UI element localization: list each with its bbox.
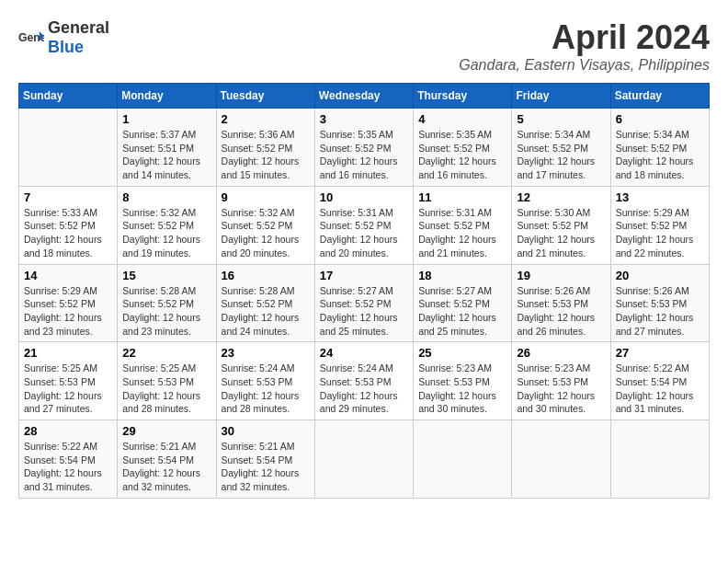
calendar-cell: 27Sunrise: 5:22 AM Sunset: 5:54 PM Dayli… [610,342,709,420]
day-detail: Sunrise: 5:35 AM Sunset: 5:52 PM Dayligh… [418,128,506,182]
header-tuesday: Tuesday [216,84,314,109]
day-detail: Sunrise: 5:25 AM Sunset: 5:53 PM Dayligh… [122,362,210,416]
calendar-cell: 17Sunrise: 5:27 AM Sunset: 5:52 PM Dayli… [314,264,413,342]
day-number: 5 [517,112,605,126]
day-number: 18 [418,269,506,282]
calendar-cell [610,420,709,499]
day-detail: Sunrise: 5:35 AM Sunset: 5:52 PM Dayligh… [320,128,408,182]
calendar-cell: 12Sunrise: 5:30 AM Sunset: 5:52 PM Dayli… [512,186,610,264]
calendar-cell: 14Sunrise: 5:29 AM Sunset: 5:52 PM Dayli… [19,264,118,342]
calendar-cell: 26Sunrise: 5:23 AM Sunset: 5:53 PM Dayli… [512,342,610,420]
day-number: 7 [24,190,112,204]
day-number: 19 [517,269,605,282]
day-detail: Sunrise: 5:34 AM Sunset: 5:52 PM Dayligh… [517,128,605,182]
day-detail: Sunrise: 5:28 AM Sunset: 5:52 PM Dayligh… [222,284,310,339]
calendar-week-row: 7Sunrise: 5:33 AM Sunset: 5:52 PM Daylig… [19,186,710,264]
day-detail: Sunrise: 5:24 AM Sunset: 5:53 PM Dayligh… [320,362,408,416]
day-number: 1 [122,112,210,126]
day-detail: Sunrise: 5:26 AM Sunset: 5:53 PM Dayligh… [517,284,605,339]
day-detail: Sunrise: 5:22 AM Sunset: 5:54 PM Dayligh… [616,362,704,416]
calendar-cell: 13Sunrise: 5:29 AM Sunset: 5:52 PM Dayli… [610,186,709,264]
header-sunday: Sunday [19,84,118,109]
logo-text: General Blue [48,18,109,57]
day-number: 10 [320,190,408,204]
calendar-cell [414,420,512,499]
day-number: 15 [122,269,210,282]
day-detail: Sunrise: 5:22 AM Sunset: 5:54 PM Dayligh… [24,440,112,494]
day-number: 24 [320,346,408,360]
day-detail: Sunrise: 5:27 AM Sunset: 5:52 PM Dayligh… [418,284,506,339]
calendar-cell: 19Sunrise: 5:26 AM Sunset: 5:53 PM Dayli… [512,264,610,342]
calendar-cell: 23Sunrise: 5:24 AM Sunset: 5:53 PM Dayli… [216,342,314,420]
header-friday: Friday [512,84,610,109]
day-number: 4 [418,112,506,126]
day-number: 17 [320,269,408,282]
calendar-week-row: 28Sunrise: 5:22 AM Sunset: 5:54 PM Dayli… [19,420,710,499]
logo-general: General [48,18,109,37]
day-detail: Sunrise: 5:23 AM Sunset: 5:53 PM Dayligh… [418,362,506,416]
calendar-cell: 29Sunrise: 5:21 AM Sunset: 5:54 PM Dayli… [118,420,216,499]
calendar-cell: 7Sunrise: 5:33 AM Sunset: 5:52 PM Daylig… [19,186,118,264]
calendar-cell: 11Sunrise: 5:31 AM Sunset: 5:52 PM Dayli… [414,186,512,264]
day-number: 2 [222,112,310,126]
day-number: 26 [517,346,605,360]
location-title: Gandara, Eastern Visayas, Philippines [459,57,710,74]
calendar-cell: 3Sunrise: 5:35 AM Sunset: 5:52 PM Daylig… [314,109,413,187]
day-number: 12 [517,190,605,204]
day-number: 16 [222,269,310,282]
day-detail: Sunrise: 5:37 AM Sunset: 5:51 PM Dayligh… [122,128,210,182]
day-number: 13 [616,190,704,204]
day-detail: Sunrise: 5:28 AM Sunset: 5:52 PM Dayligh… [122,284,210,339]
calendar-week-row: 1Sunrise: 5:37 AM Sunset: 5:51 PM Daylig… [19,109,710,187]
day-detail: Sunrise: 5:27 AM Sunset: 5:52 PM Dayligh… [320,284,408,339]
calendar-cell: 20Sunrise: 5:26 AM Sunset: 5:53 PM Dayli… [610,264,709,342]
calendar-cell: 4Sunrise: 5:35 AM Sunset: 5:52 PM Daylig… [414,109,512,187]
day-number: 20 [616,269,704,282]
day-number: 22 [122,346,210,360]
day-number: 3 [320,112,408,126]
day-detail: Sunrise: 5:31 AM Sunset: 5:52 PM Dayligh… [320,206,408,260]
day-detail: Sunrise: 5:21 AM Sunset: 5:54 PM Dayligh… [222,440,310,494]
calendar-week-row: 21Sunrise: 5:25 AM Sunset: 5:53 PM Dayli… [19,342,710,420]
month-title: April 2024 [459,18,710,57]
day-number: 9 [222,190,310,204]
header-wednesday: Wednesday [314,84,413,109]
day-detail: Sunrise: 5:32 AM Sunset: 5:52 PM Dayligh… [122,206,210,260]
day-detail: Sunrise: 5:29 AM Sunset: 5:52 PM Dayligh… [616,206,704,260]
day-detail: Sunrise: 5:23 AM Sunset: 5:53 PM Dayligh… [517,362,605,416]
logo: General General Blue [18,18,109,57]
calendar-cell: 9Sunrise: 5:32 AM Sunset: 5:52 PM Daylig… [216,186,314,264]
header-monday: Monday [118,84,216,109]
calendar-cell: 1Sunrise: 5:37 AM Sunset: 5:51 PM Daylig… [118,109,216,187]
calendar-cell: 30Sunrise: 5:21 AM Sunset: 5:54 PM Dayli… [216,420,314,499]
day-detail: Sunrise: 5:33 AM Sunset: 5:52 PM Dayligh… [24,206,112,260]
day-detail: Sunrise: 5:32 AM Sunset: 5:52 PM Dayligh… [222,206,310,260]
day-detail: Sunrise: 5:21 AM Sunset: 5:54 PM Dayligh… [122,440,210,494]
calendar-cell: 25Sunrise: 5:23 AM Sunset: 5:53 PM Dayli… [414,342,512,420]
calendar-cell: 24Sunrise: 5:24 AM Sunset: 5:53 PM Dayli… [314,342,413,420]
header-row: Sunday Monday Tuesday Wednesday Thursday… [19,84,710,109]
day-detail: Sunrise: 5:25 AM Sunset: 5:53 PM Dayligh… [24,362,112,416]
day-detail: Sunrise: 5:29 AM Sunset: 5:52 PM Dayligh… [24,284,112,339]
day-number: 27 [616,346,704,360]
calendar-cell [19,109,118,187]
day-number: 6 [616,112,704,126]
day-number: 14 [24,269,112,282]
calendar-cell: 6Sunrise: 5:34 AM Sunset: 5:52 PM Daylig… [610,109,709,187]
calendar-cell: 18Sunrise: 5:27 AM Sunset: 5:52 PM Dayli… [414,264,512,342]
calendar-cell: 22Sunrise: 5:25 AM Sunset: 5:53 PM Dayli… [118,342,216,420]
calendar-cell: 15Sunrise: 5:28 AM Sunset: 5:52 PM Dayli… [118,264,216,342]
calendar-body: 1Sunrise: 5:37 AM Sunset: 5:51 PM Daylig… [19,109,710,499]
header-saturday: Saturday [610,84,709,109]
day-number: 21 [24,346,112,360]
day-number: 28 [24,424,112,438]
calendar-cell: 2Sunrise: 5:36 AM Sunset: 5:52 PM Daylig… [216,109,314,187]
day-detail: Sunrise: 5:34 AM Sunset: 5:52 PM Dayligh… [616,128,704,182]
day-detail: Sunrise: 5:24 AM Sunset: 5:53 PM Dayligh… [222,362,310,416]
day-number: 29 [122,424,210,438]
logo-blue: Blue [48,38,84,56]
day-detail: Sunrise: 5:31 AM Sunset: 5:52 PM Dayligh… [418,206,506,260]
logo-icon: General [18,25,44,51]
calendar-cell: 16Sunrise: 5:28 AM Sunset: 5:52 PM Dayli… [216,264,314,342]
day-number: 8 [122,190,210,204]
